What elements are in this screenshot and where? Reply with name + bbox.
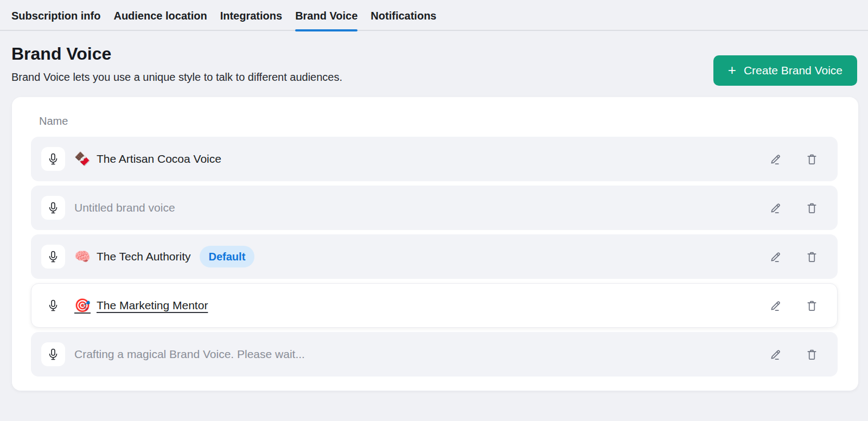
edit-button[interactable] (769, 202, 782, 214)
brand-voice-name: Untitled brand voice (74, 201, 175, 214)
brand-voice-name: 🍫 The Artisan Cocoa Voice (74, 152, 221, 165)
brand-voice-list-card: Name 🍫 The Artisan Cocoa Voice (12, 97, 858, 391)
microphone-icon (41, 294, 65, 317)
row-actions (769, 348, 818, 361)
chocolate-bar-emoji: 🍫 (74, 152, 91, 165)
page-title: Brand Voice (11, 44, 342, 64)
delete-button[interactable] (806, 348, 818, 361)
tab-notifications[interactable]: Notifications (371, 10, 436, 30)
create-brand-voice-button[interactable]: + Create Brand Voice (713, 55, 857, 86)
brand-voice-row-tech-authority[interactable]: 🧠 The Tech Authority Default (31, 234, 838, 279)
row-actions (769, 202, 818, 214)
row-actions (769, 251, 818, 263)
tab-subscription-info[interactable]: Subscription info (11, 10, 100, 30)
edit-button[interactable] (769, 153, 782, 165)
brain-emoji: 🧠 (74, 250, 91, 263)
delete-button[interactable] (806, 299, 818, 312)
tab-integrations[interactable]: Integrations (220, 10, 282, 30)
microphone-icon (41, 147, 65, 171)
delete-button[interactable] (806, 202, 818, 214)
tab-brand-voice[interactable]: Brand Voice (295, 10, 358, 30)
settings-tab-bar: Subscription info Audience location Inte… (0, 0, 868, 31)
edit-button[interactable] (769, 348, 782, 361)
row-actions (769, 153, 818, 165)
plus-icon: + (728, 63, 736, 77)
edit-button[interactable] (769, 299, 782, 312)
create-brand-voice-label: Create Brand Voice (744, 64, 843, 77)
edit-button[interactable] (769, 251, 782, 263)
delete-button[interactable] (806, 251, 818, 263)
default-badge: Default (200, 246, 255, 267)
microphone-icon (41, 342, 65, 366)
page-header: Brand Voice Brand Voice lets you use a u… (0, 31, 868, 84)
brand-voice-name[interactable]: 🎯 The Marketing Mentor (74, 299, 208, 312)
page-subtitle: Brand Voice lets you use a unique style … (11, 71, 342, 84)
delete-button[interactable] (806, 153, 818, 165)
dart-target-emoji: 🎯 (74, 299, 91, 312)
brand-voice-row-generating[interactable]: Crafting a magical Brand Voice. Please w… (31, 332, 838, 377)
microphone-icon (41, 196, 65, 220)
brand-voice-row-artisan-cocoa[interactable]: 🍫 The Artisan Cocoa Voice (31, 137, 838, 181)
page-header-text: Brand Voice Brand Voice lets you use a u… (11, 44, 342, 84)
name-column-header: Name (31, 115, 838, 127)
brand-voice-rows: 🍫 The Artisan Cocoa Voice (31, 137, 838, 377)
brand-voice-row-marketing-mentor[interactable]: 🎯 The Marketing Mentor (31, 283, 838, 328)
tab-audience-location[interactable]: Audience location (113, 10, 207, 30)
brand-voice-name: Crafting a magical Brand Voice. Please w… (74, 348, 305, 361)
brand-voice-row-untitled[interactable]: Untitled brand voice (31, 186, 838, 230)
brand-voice-name: 🧠 The Tech Authority (74, 250, 191, 263)
row-actions (769, 299, 818, 312)
microphone-icon (41, 245, 65, 269)
